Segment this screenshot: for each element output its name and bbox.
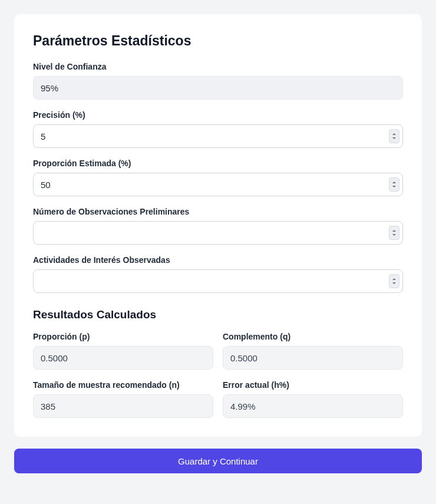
activities-stepper[interactable] bbox=[389, 274, 399, 288]
result-q-label: Complemento (q) bbox=[223, 332, 403, 341]
precision-input-wrap bbox=[33, 124, 403, 148]
result-h-label: Error actual (h%) bbox=[223, 380, 403, 390]
confidence-field: Nivel de Confianza 95% bbox=[33, 62, 403, 100]
result-p-label: Proporción (p) bbox=[33, 332, 213, 341]
chevron-down-icon bbox=[392, 186, 396, 187]
chevron-up-icon bbox=[392, 182, 396, 183]
activities-input-wrap bbox=[33, 269, 403, 293]
chevron-down-icon bbox=[392, 282, 396, 284]
params-title: Parámetros Estadísticos bbox=[33, 33, 403, 49]
preliminary-input[interactable] bbox=[33, 221, 403, 245]
chevron-down-icon bbox=[392, 137, 396, 139]
proportion-input-wrap bbox=[33, 173, 403, 196]
chevron-up-icon bbox=[392, 133, 396, 135]
result-n-value: 385 bbox=[33, 394, 213, 418]
result-p-value: 0.5000 bbox=[33, 346, 213, 370]
precision-input[interactable] bbox=[33, 124, 403, 148]
proportion-stepper[interactable] bbox=[389, 177, 399, 192]
result-n-field: Tamaño de muestra recomendado (n) 385 bbox=[33, 380, 213, 418]
results-grid: Proporción (p) 0.5000 Complemento (q) 0.… bbox=[33, 332, 403, 418]
proportion-field: Proporción Estimada (%) bbox=[33, 159, 403, 196]
precision-label: Precisión (%) bbox=[33, 110, 403, 120]
confidence-label: Nivel de Confianza bbox=[33, 62, 403, 71]
preliminary-input-wrap bbox=[33, 221, 403, 245]
chevron-down-icon bbox=[392, 234, 396, 236]
precision-field: Precisión (%) bbox=[33, 110, 403, 148]
preliminary-stepper[interactable] bbox=[389, 226, 399, 240]
result-q-field: Complemento (q) 0.5000 bbox=[223, 332, 403, 370]
preliminary-label: Número de Observaciones Preliminares bbox=[33, 207, 403, 216]
results-title: Resultados Calculados bbox=[33, 308, 403, 321]
proportion-label: Proporción Estimada (%) bbox=[33, 159, 403, 168]
precision-stepper[interactable] bbox=[389, 129, 399, 143]
chevron-up-icon bbox=[392, 230, 396, 232]
result-q-value: 0.5000 bbox=[223, 346, 403, 370]
result-h-field: Error actual (h%) 4.99% bbox=[223, 380, 403, 418]
result-n-label: Tamaño de muestra recomendado (n) bbox=[33, 380, 213, 390]
preliminary-field: Número de Observaciones Preliminares bbox=[33, 207, 403, 245]
result-p-field: Proporción (p) 0.5000 bbox=[33, 332, 213, 370]
activities-input[interactable] bbox=[33, 269, 403, 293]
activities-field: Actividades de Interés Observadas bbox=[33, 255, 403, 293]
chevron-up-icon bbox=[392, 278, 396, 280]
activities-label: Actividades de Interés Observadas bbox=[33, 255, 403, 265]
proportion-input[interactable] bbox=[33, 173, 403, 196]
save-continue-button[interactable]: Guardar y Continuar bbox=[14, 449, 422, 473]
params-card: Parámetros Estadísticos Nivel de Confian… bbox=[14, 14, 422, 437]
confidence-value: 95% bbox=[33, 76, 403, 100]
result-h-value: 4.99% bbox=[223, 394, 403, 418]
